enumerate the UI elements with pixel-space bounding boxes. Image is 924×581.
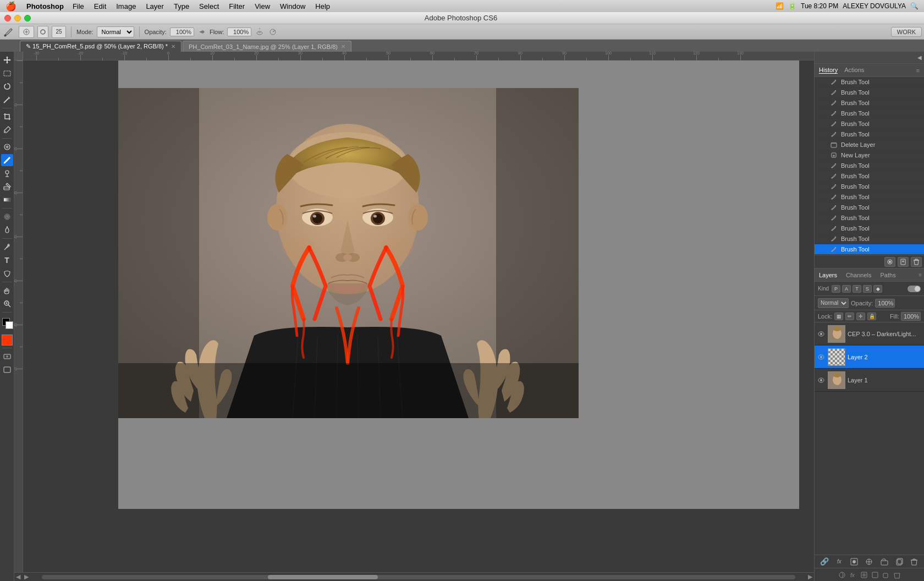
layer-menu[interactable]: Layer	[141, 2, 168, 10]
channels-tab[interactable]: Channels	[844, 271, 873, 279]
trash-icon[interactable]	[893, 571, 901, 579]
type-menu[interactable]: Type	[169, 2, 194, 10]
spotlight-icon[interactable]: 🔍	[910, 2, 919, 10]
collapse-icon[interactable]: ◀	[917, 54, 922, 61]
brush-settings-btn[interactable]	[37, 26, 48, 38]
layer-item-0[interactable]: CEP 3.0 – Darken/Light...	[815, 322, 924, 346]
canvas[interactable]	[23, 61, 814, 572]
lock-all-btn[interactable]: 🔒	[867, 313, 876, 320]
select-menu[interactable]: Select	[195, 2, 223, 10]
tool-blur[interactable]	[1, 211, 13, 223]
filter-shape-btn[interactable]: S	[863, 285, 872, 293]
history-newdoc-btn[interactable]	[898, 257, 909, 267]
tool-lasso[interactable]	[1, 80, 13, 92]
scroll-right-btn[interactable]: ▶	[806, 573, 814, 581]
tool-path[interactable]	[1, 267, 13, 279]
adj-icon-2[interactable]	[871, 571, 879, 579]
filter-type-btn[interactable]: T	[853, 285, 861, 293]
layer-filter-toggle[interactable]	[906, 285, 922, 293]
edit-menu[interactable]: Edit	[90, 2, 111, 10]
mode-select[interactable]: Normal Multiply Screen Overlay	[97, 26, 134, 37]
airbrush-toggle[interactable]	[255, 27, 265, 37]
mask-icon-2[interactable]	[860, 571, 868, 579]
scroll-left-btn[interactable]: ◀	[14, 573, 22, 581]
layer-eye-2[interactable]	[817, 376, 826, 385]
history-item-7[interactable]: New Layer	[815, 150, 924, 161]
brush-size-display[interactable]: 25	[52, 26, 66, 38]
history-item-9[interactable]: Brush Tool	[815, 171, 924, 182]
filter-adj-btn[interactable]: A	[842, 285, 851, 293]
layer-item-1[interactable]: Layer 2	[815, 346, 924, 369]
tool-eyedropper[interactable]	[1, 124, 13, 136]
maximize-button[interactable]	[24, 15, 31, 21]
new-layer-icon-2[interactable]	[882, 571, 890, 579]
history-item-0[interactable]: Brush Tool	[815, 77, 924, 87]
paths-tab[interactable]: Paths	[878, 271, 898, 279]
tool-brush[interactable]	[1, 154, 13, 166]
opacity-prop-val[interactable]: 100%	[875, 299, 895, 308]
layers-tab[interactable]: Layers	[817, 271, 839, 279]
flow-value[interactable]: 100%	[227, 28, 251, 36]
tool-marquee[interactable]	[1, 67, 13, 79]
playback-btn[interactable]: ▶	[22, 573, 31, 581]
tool-magic-wand[interactable]	[1, 94, 13, 106]
filter-menu[interactable]: Filter	[224, 2, 249, 10]
filter-pixel-btn[interactable]: P	[832, 285, 840, 293]
layer-eye-0[interactable]	[817, 330, 826, 338]
blend-mode-select[interactable]: Normal Multiply Screen	[818, 298, 849, 308]
history-item-1[interactable]: Brush Tool	[815, 87, 924, 98]
tool-move[interactable]	[1, 54, 13, 66]
tool-quick-mask[interactable]	[1, 350, 13, 363]
foreground-color-swatch[interactable]	[2, 335, 13, 346]
layer-delete-btn[interactable]	[909, 557, 920, 567]
history-item-5[interactable]: Brush Tool	[815, 129, 924, 140]
image-menu[interactable]: Image	[112, 2, 140, 10]
tab-active-close[interactable]: ✕	[171, 43, 175, 50]
tool-healing[interactable]	[1, 141, 13, 153]
history-item-14[interactable]: Brush Tool	[815, 223, 924, 234]
canvas-rotation-icon[interactable]	[838, 571, 846, 579]
tool-screen-mode[interactable]	[1, 364, 13, 376]
panel-expander[interactable]: ◀	[815, 52, 924, 64]
layer-fx-btn[interactable]: fx	[834, 557, 845, 567]
minimize-button[interactable]	[14, 15, 21, 21]
history-item-3[interactable]: Brush Tool	[815, 108, 924, 119]
apple-menu[interactable]: 🍎	[6, 1, 16, 12]
layer-eye-1[interactable]	[817, 353, 826, 361]
layer-link-btn[interactable]: 🔗	[819, 557, 830, 567]
window-menu[interactable]: Window	[276, 2, 310, 10]
actions-tab[interactable]: Actions	[844, 67, 864, 74]
tab-inactive-close[interactable]: ✕	[341, 43, 345, 50]
history-item-4[interactable]: Brush Tool	[815, 119, 924, 129]
tool-gradient[interactable]	[1, 194, 13, 206]
history-item-11[interactable]: Brush Tool	[815, 192, 924, 202]
history-item-2[interactable]: Brush Tool	[815, 98, 924, 108]
tool-zoom[interactable]	[1, 298, 13, 310]
lock-position-btn[interactable]: ✛	[856, 313, 865, 320]
tool-dodge[interactable]	[1, 224, 13, 236]
filter-smart-btn[interactable]: ◆	[873, 285, 882, 293]
layer-mask-btn[interactable]	[849, 557, 860, 567]
fx-icon[interactable]: fx	[849, 571, 857, 579]
history-snapshot-btn[interactable]	[884, 257, 895, 267]
tool-pen[interactable]	[1, 241, 13, 253]
history-item-12[interactable]: Brush Tool	[815, 202, 924, 213]
history-item-16[interactable]: Brush Tool	[815, 244, 924, 255]
workspace-button[interactable]: WORK	[891, 27, 922, 37]
view-menu[interactable]: View	[250, 2, 274, 10]
foreground-color[interactable]	[1, 317, 13, 329]
history-tab[interactable]: History	[819, 67, 838, 74]
history-item-15[interactable]: Brush Tool	[815, 234, 924, 244]
layer-group-btn[interactable]	[879, 557, 890, 567]
tool-crop[interactable]	[1, 111, 13, 123]
history-item-8[interactable]: Brush Tool	[815, 161, 924, 171]
history-item-10[interactable]: Brush Tool	[815, 182, 924, 192]
history-item-6[interactable]: Delete Layer	[815, 140, 924, 150]
tool-preset-btn[interactable]	[19, 26, 34, 38]
file-menu[interactable]: File	[68, 2, 89, 10]
tab-inactive[interactable]: PH_ComRet_03_1_Name.jpg @ 25% (Layer 1, …	[183, 41, 351, 52]
layer-adj-btn[interactable]	[864, 557, 875, 567]
layer-item-2[interactable]: Layer 1	[815, 369, 924, 392]
layer-new-btn[interactable]	[894, 557, 905, 567]
tool-hand[interactable]	[1, 284, 13, 297]
